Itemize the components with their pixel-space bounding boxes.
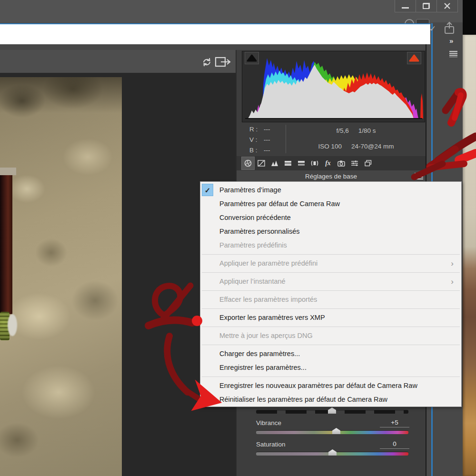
presets-icon (350, 159, 359, 167)
menu-item-apply-snapshot: Appliquer l’instantané › (200, 275, 461, 288)
tab-tone-curve[interactable] (255, 157, 268, 170)
menu-separator (200, 307, 461, 311)
red-label: R : (249, 126, 264, 133)
blue-label: B : (249, 147, 264, 154)
basic-panel-title: Réglages de base (305, 173, 357, 180)
blue-value: --- (264, 147, 270, 154)
toggle-fullscreen-icon[interactable] (214, 56, 231, 69)
restore-icon (423, 3, 430, 9)
close-button[interactable] (436, 0, 457, 12)
menu-item-image-settings[interactable]: ✓ Paramètres d’image (200, 183, 461, 197)
histogram-plot (242, 51, 425, 122)
camera-icon (337, 159, 346, 167)
desktop-corner (463, 0, 476, 35)
submenu-arrow-icon: › (451, 275, 454, 288)
photo-window-frame (0, 175, 12, 314)
menu-item-apply-preset: Appliquer le paramètre prédéfini › (200, 257, 461, 270)
split-toning-icon (297, 159, 306, 167)
tool-tabs: fx (237, 156, 426, 170)
checkmark-icon: ✓ (202, 184, 213, 196)
red-value: --- (264, 126, 270, 133)
snapshots-icon (364, 159, 372, 167)
saturation-value: 0 (380, 440, 409, 447)
highlight-clipping-button[interactable] (407, 52, 421, 64)
menu-separator (200, 325, 461, 329)
menu-item-previous-conversion[interactable]: Conversion précédente (200, 211, 461, 225)
menu-item-export-settings-xmp[interactable]: Exporter les paramètres vers XMP (200, 311, 461, 325)
effects-fx-icon: fx (325, 159, 331, 167)
basic-icon (244, 159, 252, 167)
menu-separator (200, 343, 461, 347)
menu-separator (200, 288, 461, 293)
shutter-value: 1/80 s (358, 127, 376, 134)
basic-panel-menu-button[interactable] (415, 173, 423, 179)
menu-item-update-dng-previews: Mettre à jour les aperçus DNG (200, 329, 461, 343)
menu-item-save-settings[interactable]: Enregistrer les paramètres... (200, 361, 461, 375)
image-info: R :--- V :--- B :--- f/5,6 1/80 s ISO 10… (242, 123, 425, 157)
lens-corrections-icon (310, 159, 319, 167)
saturation-value-underline (380, 448, 409, 449)
close-icon (444, 2, 451, 10)
submenu-arrow-icon: › (451, 257, 454, 270)
saturation-label: Saturation (256, 441, 286, 448)
tab-split-toning[interactable] (295, 157, 308, 170)
lens-value: 24-70@24 mm (351, 143, 394, 150)
shadow-clipping-button[interactable] (245, 52, 259, 64)
window-titlebar (0, 0, 463, 22)
menu-separator (200, 252, 461, 257)
minimize-button[interactable] (395, 0, 416, 12)
vibrance-value-underline (380, 427, 409, 427)
menu-item-reset-camera-raw-defaults[interactable]: Réinitialiser les paramètres par défaut … (200, 393, 461, 407)
tab-detail[interactable] (268, 157, 281, 170)
camera-raw-screenshot: ✓ (0, 0, 476, 476)
hsl-icon (284, 159, 292, 167)
tab-basic[interactable] (241, 157, 255, 170)
menu-item-clear-imported-settings: Effacer les paramètres importés (200, 293, 461, 307)
aperture-value: f/5,6 (336, 127, 348, 134)
background-photo-strip (463, 35, 476, 476)
green-value: --- (264, 136, 270, 143)
menu-item-preset-settings: Paramètres prédéfinis (200, 238, 461, 252)
iso-value: ISO 100 (318, 143, 342, 150)
tab-lens-corrections[interactable] (308, 157, 321, 170)
basic-panel-header: Réglages de base (237, 170, 426, 182)
minimize-icon (402, 7, 409, 9)
tab-effects[interactable]: fx (321, 157, 335, 170)
commit-check-icon[interactable]: ✓ (429, 24, 436, 34)
menu-item-load-settings[interactable]: Charger des paramètres... (200, 347, 461, 361)
menu-separator (200, 375, 461, 379)
tone-curve-icon (257, 159, 266, 167)
menu-separator (200, 270, 461, 275)
side-panel-menu-button[interactable] (449, 51, 457, 57)
shadow-clipping-icon (246, 54, 258, 62)
green-label: V : (249, 136, 264, 143)
sync-icon[interactable] (201, 57, 212, 68)
photo-stone-wall (0, 77, 122, 476)
share-icon[interactable] (443, 21, 456, 35)
photo-highlight-blob (8, 314, 17, 336)
blank-field[interactable] (0, 23, 430, 44)
tab-snapshots[interactable] (361, 157, 375, 170)
menu-item-camera-raw-defaults[interactable]: Paramètres par défaut de Camera Raw (200, 197, 461, 211)
tab-camera-calibration[interactable] (335, 157, 348, 170)
info-divider (286, 125, 286, 153)
menu-item-custom-settings[interactable]: Paramètres personnalisés (200, 225, 461, 238)
vibrance-label: Vibrance (256, 419, 281, 426)
detail-icon (270, 159, 279, 167)
dialog-top-strip (0, 43, 431, 50)
menu-item-save-new-camera-raw-defaults[interactable]: Enregistrer les nouveaux paramètres par … (200, 379, 461, 393)
window-controls (395, 0, 458, 12)
photo-window-lintel (0, 168, 16, 175)
collapse-panel-chevrons-icon[interactable]: » (449, 37, 453, 45)
camera-raw-settings-menu: ✓ Paramètres d’image Paramètres par défa… (200, 181, 462, 407)
tab-presets[interactable] (348, 157, 361, 170)
vibrance-value: +5 (380, 419, 409, 426)
tab-hsl-grayscale[interactable] (281, 157, 295, 170)
histogram (242, 51, 425, 122)
restore-button[interactable] (416, 0, 436, 12)
highlight-clipping-icon (408, 54, 420, 62)
